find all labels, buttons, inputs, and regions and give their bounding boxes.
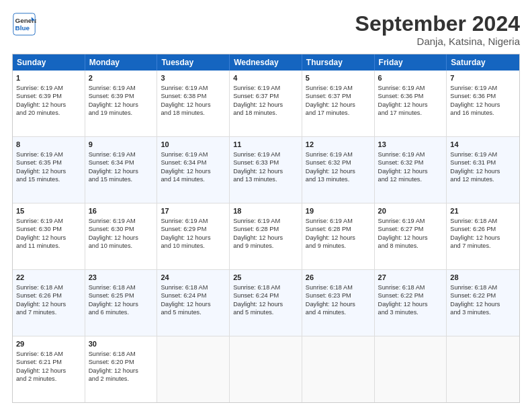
calendar-cell-empty <box>375 336 447 402</box>
day-info-line: Daylight: 12 hours <box>89 367 154 375</box>
day-info-line: Sunrise: 6:19 AM <box>306 217 371 225</box>
day-info-line: Sunset: 6:34 PM <box>161 158 226 167</box>
day-info-line: Daylight: 12 hours <box>16 101 81 109</box>
page: General Blue September 2024 Danja, Katsi… <box>0 0 532 411</box>
day-info-line: Sunrise: 6:19 AM <box>89 84 154 92</box>
calendar-cell-11: 11Sunrise: 6:19 AMSunset: 6:33 PMDayligh… <box>230 137 302 203</box>
day-info-line: Sunset: 6:22 PM <box>450 291 516 300</box>
day-info-line: Sunrise: 6:19 AM <box>450 150 516 158</box>
day-info-line: Sunrise: 6:19 AM <box>233 84 298 92</box>
day-number: 22 <box>16 273 81 283</box>
day-header-thursday: Thursday <box>302 54 375 71</box>
calendar-cell-13: 13Sunrise: 6:19 AMSunset: 6:32 PMDayligh… <box>375 137 447 203</box>
day-info-line: Sunset: 6:21 PM <box>16 358 81 366</box>
day-info-line: Sunrise: 6:19 AM <box>16 150 81 158</box>
calendar-cell-6: 6Sunrise: 6:19 AMSunset: 6:36 PMDaylight… <box>375 71 447 136</box>
day-info-line: and 10 minutes. <box>161 242 226 250</box>
day-info-line: Daylight: 12 hours <box>161 101 226 109</box>
day-info-line: Sunrise: 6:19 AM <box>450 84 516 92</box>
day-header-monday: Monday <box>85 54 158 71</box>
calendar-cell-9: 9Sunrise: 6:19 AMSunset: 6:34 PMDaylight… <box>85 137 158 203</box>
day-info-line: Sunset: 6:29 PM <box>161 225 226 233</box>
day-info-line: and 20 minutes. <box>16 109 81 117</box>
day-info-line: Daylight: 12 hours <box>16 367 81 375</box>
day-number: 1 <box>16 73 81 83</box>
calendar-cell-30: 30Sunrise: 6:18 AMSunset: 6:20 PMDayligh… <box>85 336 158 402</box>
day-number: 12 <box>306 140 371 150</box>
day-info-line: Sunrise: 6:18 AM <box>233 283 298 291</box>
day-info-line: Sunrise: 6:19 AM <box>161 150 226 158</box>
day-number: 20 <box>378 206 443 216</box>
calendar-header: SundayMondayTuesdayWednesdayThursdayFrid… <box>13 54 519 71</box>
day-info-line: and 12 minutes. <box>378 175 443 183</box>
day-header-wednesday: Wednesday <box>230 54 302 71</box>
calendar-cell-27: 27Sunrise: 6:18 AMSunset: 6:22 PMDayligh… <box>375 270 447 336</box>
calendar-row-1: 1Sunrise: 6:19 AMSunset: 6:39 PMDaylight… <box>13 71 519 137</box>
day-info-line: Daylight: 12 hours <box>306 234 371 242</box>
day-info-line: Sunrise: 6:19 AM <box>89 217 154 225</box>
day-info-line: Daylight: 12 hours <box>378 101 443 109</box>
day-number: 10 <box>161 140 226 150</box>
logo-icon: General Blue <box>12 12 36 36</box>
day-info-line: Sunset: 6:34 PM <box>89 158 154 167</box>
day-number: 15 <box>16 206 81 216</box>
calendar-cell-22: 22Sunrise: 6:18 AMSunset: 6:26 PMDayligh… <box>13 270 85 336</box>
day-info-line: Daylight: 12 hours <box>16 300 81 308</box>
day-info-line: Sunset: 6:30 PM <box>89 225 154 233</box>
day-info-line: Sunset: 6:39 PM <box>89 92 154 100</box>
day-info-line: Sunset: 6:26 PM <box>450 225 516 233</box>
day-number: 11 <box>233 140 298 150</box>
calendar-cell-16: 16Sunrise: 6:19 AMSunset: 6:30 PMDayligh… <box>85 203 158 269</box>
day-info-line: Sunrise: 6:18 AM <box>16 350 81 358</box>
day-info-line: and 16 minutes. <box>450 109 516 117</box>
calendar-cell-29: 29Sunrise: 6:18 AMSunset: 6:21 PMDayligh… <box>13 336 85 402</box>
day-info-line: and 6 minutes. <box>89 308 154 316</box>
day-number: 27 <box>378 273 443 283</box>
calendar-row-3: 15Sunrise: 6:19 AMSunset: 6:30 PMDayligh… <box>13 203 519 270</box>
day-info-line: and 7 minutes. <box>450 242 516 250</box>
logo: General Blue <box>12 12 36 36</box>
day-info-line: Daylight: 12 hours <box>161 234 226 242</box>
day-info-line: Sunset: 6:28 PM <box>233 225 298 233</box>
day-info-line: Sunrise: 6:19 AM <box>161 217 226 225</box>
day-info-line: Sunset: 6:32 PM <box>306 158 371 167</box>
day-number: 3 <box>161 73 226 83</box>
day-info-line: Sunrise: 6:18 AM <box>450 283 516 291</box>
day-info-line: Sunrise: 6:19 AM <box>306 150 371 158</box>
day-info-line: and 13 minutes. <box>306 175 371 183</box>
day-info-line: Daylight: 12 hours <box>161 167 226 175</box>
day-number: 16 <box>89 206 154 216</box>
day-info-line: Sunrise: 6:19 AM <box>233 150 298 158</box>
day-info-line: and 8 minutes. <box>378 242 443 250</box>
calendar-cell-28: 28Sunrise: 6:18 AMSunset: 6:22 PMDayligh… <box>447 270 519 336</box>
day-info-line: and 12 minutes. <box>450 175 516 183</box>
day-info-line: Sunrise: 6:19 AM <box>233 217 298 225</box>
day-info-line: Sunset: 6:24 PM <box>161 291 226 300</box>
day-number: 25 <box>233 273 298 283</box>
calendar-cell-15: 15Sunrise: 6:19 AMSunset: 6:30 PMDayligh… <box>13 203 85 269</box>
day-info-line: Sunrise: 6:19 AM <box>306 84 371 92</box>
calendar-cell-empty <box>302 336 375 402</box>
day-number: 26 <box>306 273 371 283</box>
calendar-cell-20: 20Sunrise: 6:19 AMSunset: 6:27 PMDayligh… <box>375 203 447 269</box>
day-info-line: and 4 minutes. <box>306 308 371 316</box>
calendar-cell-10: 10Sunrise: 6:19 AMSunset: 6:34 PMDayligh… <box>157 137 230 203</box>
day-info-line: Daylight: 12 hours <box>161 300 226 308</box>
day-info-line: and 19 minutes. <box>89 109 154 117</box>
day-info-line: and 11 minutes. <box>16 242 81 250</box>
day-info-line: Sunrise: 6:18 AM <box>89 283 154 291</box>
calendar-cell-24: 24Sunrise: 6:18 AMSunset: 6:24 PMDayligh… <box>157 270 230 336</box>
day-info-line: Sunrise: 6:18 AM <box>306 283 371 291</box>
day-number: 6 <box>378 73 443 83</box>
day-info-line: Sunrise: 6:18 AM <box>161 283 226 291</box>
calendar-cell-empty <box>447 336 519 402</box>
day-info-line: and 5 minutes. <box>161 308 226 316</box>
day-info-line: Sunrise: 6:19 AM <box>378 217 443 225</box>
day-info-line: Sunset: 6:30 PM <box>16 225 81 233</box>
day-info-line: and 15 minutes. <box>16 175 81 183</box>
day-info-line: Sunset: 6:27 PM <box>378 225 443 233</box>
day-info-line: and 13 minutes. <box>233 175 298 183</box>
day-info-line: Sunrise: 6:18 AM <box>16 283 81 291</box>
day-info-line: Sunrise: 6:19 AM <box>16 84 81 92</box>
calendar-cell-3: 3Sunrise: 6:19 AMSunset: 6:38 PMDaylight… <box>157 71 230 136</box>
